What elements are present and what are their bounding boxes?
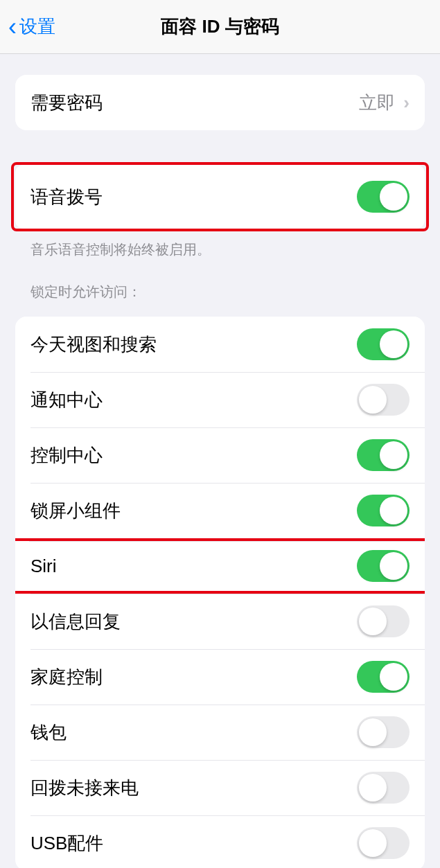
voice-dial-label: 语音拨号 [30,185,103,209]
chevron-right-icon: › [403,92,410,114]
row-detail: 立即 › [359,91,410,115]
voice-dial-toggle[interactable] [357,181,410,213]
toggle-knob [359,608,387,635]
highlight-voice-dial: 语音拨号 [11,162,429,231]
lock-access-row: 控制中心 [15,427,425,483]
lock-access-label: 家庭控制 [30,665,103,689]
lock-access-row: 回拨未接来电 [15,760,425,815]
page-title: 面容 ID 与密码 [8,15,432,39]
group-lock-access: 今天视图和搜索通知中心控制中心锁屏小组件Siri以信息回复家庭控制钱包回拨未接来… [15,317,425,868]
group-voice-dial: 语音拨号 [15,165,425,229]
lock-access-toggle[interactable] [357,827,410,859]
lock-access-label: 钱包 [30,720,67,745]
lock-access-toggle[interactable] [357,550,410,582]
toggle-knob [359,774,387,801]
chevron-left-icon: ‹ [8,15,17,39]
lock-access-row: 以信息回复 [15,594,425,649]
lock-access-toggle[interactable] [357,772,410,804]
lock-access-row: 钱包 [15,705,425,760]
lock-access-label: 回拨未接来电 [30,776,139,800]
lock-screen-header: 锁定时允许访问： [15,259,425,308]
lock-access-toggle[interactable] [357,439,410,471]
group-require-passcode: 需要密码 立即 › [15,75,425,130]
toggle-knob [359,386,387,414]
toggle-knob [380,552,407,580]
lock-access-toggle[interactable] [357,605,410,637]
lock-access-toggle[interactable] [357,328,410,360]
back-label: 设置 [19,15,55,39]
lock-access-label: Siri [30,556,57,577]
toggle-knob [359,718,387,746]
voice-dial-row: 语音拨号 [15,165,425,229]
lock-access-label: 以信息回复 [30,610,121,634]
nav-bar: ‹ 设置 面容 ID 与密码 [0,0,440,54]
lock-access-label: USB配件 [30,831,103,856]
lock-access-row: Siri [15,538,425,594]
toggle-knob [380,183,407,211]
lock-access-label: 今天视图和搜索 [30,333,157,357]
toggle-knob [380,441,407,469]
lock-access-row: 家庭控制 [15,649,425,705]
lock-access-row: 锁屏小组件 [15,483,425,538]
lock-access-label: 控制中心 [30,443,103,468]
lock-access-toggle[interactable] [357,716,410,748]
lock-access-toggle[interactable] [357,661,410,693]
lock-access-row: 通知中心 [15,372,425,427]
lock-access-toggle[interactable] [357,384,410,416]
lock-access-label: 通知中心 [30,388,103,412]
toggle-knob [380,663,407,691]
lock-access-row: USB配件 [15,815,425,868]
lock-access-label: 锁屏小组件 [30,499,121,523]
toggle-knob [380,497,407,524]
require-passcode-value: 立即 [359,91,395,115]
require-passcode-row[interactable]: 需要密码 立即 › [15,75,425,130]
toggle-knob [359,829,387,857]
require-passcode-label: 需要密码 [30,91,103,115]
voice-dial-footer: 音乐语音控制将始终被启用。 [15,231,425,259]
lock-access-toggle[interactable] [357,495,410,526]
lock-access-row: 今天视图和搜索 [15,317,425,372]
back-button[interactable]: ‹ 设置 [8,15,55,39]
toggle-knob [380,330,407,358]
